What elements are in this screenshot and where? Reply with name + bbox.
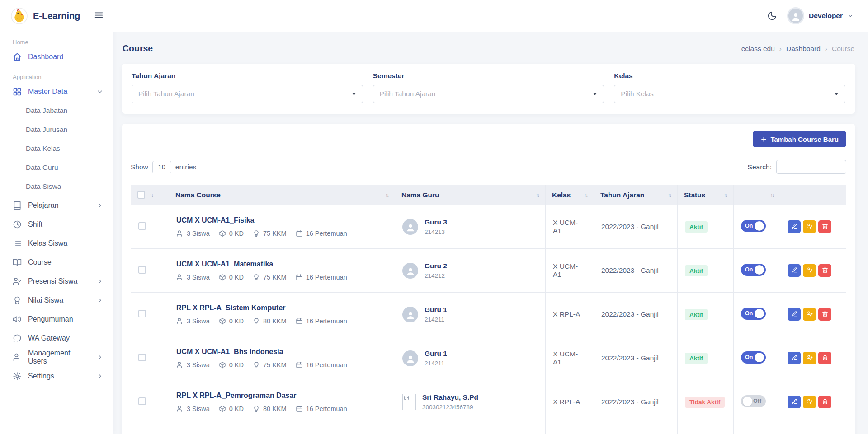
kd-box-icon bbox=[219, 317, 226, 325]
user-menu[interactable]: Developer bbox=[787, 7, 854, 24]
status-toggle[interactable]: On bbox=[741, 308, 766, 320]
breadcrumb-item-dashboard[interactable]: Dashboard bbox=[786, 45, 821, 53]
main-area: Developer Course eclass edu›Dashboard›Co… bbox=[113, 0, 868, 434]
delete-button[interactable] bbox=[818, 220, 831, 233]
row-checkbox[interactable] bbox=[138, 354, 146, 361]
sort-icon[interactable]: ↑↓ bbox=[770, 192, 774, 198]
course-kd: 0 KD bbox=[229, 230, 244, 237]
sidebar-subitem-data-guru[interactable]: Data Guru bbox=[0, 158, 113, 177]
clock-icon bbox=[13, 220, 22, 229]
sidebar-item-nilai-siswa[interactable]: Nilai Siswa bbox=[0, 291, 113, 310]
pencil-icon bbox=[791, 398, 797, 406]
row-checkbox[interactable] bbox=[138, 222, 146, 230]
guru-avatar bbox=[402, 263, 418, 279]
sidebar-item-wa-gateway[interactable]: WA Gateway bbox=[0, 329, 113, 348]
assign-user-button[interactable] bbox=[803, 396, 816, 408]
sidebar-subitem-data-kelas[interactable]: Data Kelas bbox=[0, 139, 113, 158]
course-kd: 0 KD bbox=[229, 361, 244, 369]
guru-name: Guru 3 bbox=[425, 218, 447, 226]
course-name: RPL X RPL-A_Pemrograman Dasar bbox=[176, 392, 387, 400]
tahun-ajaran-cell: 2022/2023 - Ganjil bbox=[594, 205, 678, 249]
sidebar-item-pelajaran[interactable]: Pelajaran bbox=[0, 196, 113, 215]
row-checkbox[interactable] bbox=[138, 397, 146, 405]
dark-mode-moon-icon[interactable] bbox=[767, 11, 777, 21]
sort-icon[interactable]: ↑↓ bbox=[536, 192, 539, 198]
app-root: E-Learning HomeDashboardApplicationMaste… bbox=[0, 0, 868, 434]
delete-button[interactable] bbox=[818, 308, 831, 321]
table-row: UCM X UCM-A1_Fisika 3 Siswa 0 KD 75 KKM … bbox=[131, 205, 846, 249]
sidebar-item-presensi-siswa[interactable]: Presensi Siswa bbox=[0, 272, 113, 291]
search-input[interactable] bbox=[776, 160, 846, 174]
sidebar-subitem-data-jurusan[interactable]: Data Jurusan bbox=[0, 120, 113, 139]
hamburger-menu-icon[interactable] bbox=[94, 10, 104, 22]
sidebar-subitem-data-siswa[interactable]: Data Siswa bbox=[0, 177, 113, 196]
user-plus-icon bbox=[807, 223, 813, 231]
sidebar-item-management-users[interactable]: Management Users bbox=[0, 348, 113, 367]
kd-box-icon bbox=[219, 230, 226, 237]
delete-button[interactable] bbox=[818, 352, 831, 364]
assign-user-button[interactable] bbox=[803, 308, 816, 321]
pertemuan-calendar-icon bbox=[296, 361, 303, 369]
chat-icon bbox=[13, 334, 22, 343]
page-size-input[interactable] bbox=[152, 161, 171, 173]
row-checkbox[interactable] bbox=[138, 310, 146, 317]
course-kkm: 80 KKM bbox=[263, 317, 287, 325]
user-name: Developer bbox=[809, 12, 843, 20]
sidebar-item-master-data[interactable]: Master Data bbox=[0, 82, 113, 101]
status-badge: Tidak Aktif bbox=[685, 397, 725, 408]
sidebar-item-settings[interactable]: Settings bbox=[0, 367, 113, 386]
edit-button[interactable] bbox=[788, 352, 801, 364]
trash-icon bbox=[822, 398, 828, 406]
edit-button[interactable] bbox=[788, 264, 801, 277]
pencil-icon bbox=[791, 267, 797, 275]
edit-button[interactable] bbox=[788, 220, 801, 233]
guru-id: 300302123456789 bbox=[422, 404, 478, 411]
kkm-bulb-icon bbox=[253, 405, 260, 412]
students-icon bbox=[176, 317, 184, 325]
row-checkbox[interactable] bbox=[138, 266, 146, 274]
status-toggle[interactable]: On bbox=[741, 351, 766, 364]
user-plus-icon bbox=[807, 398, 813, 406]
kkm-bulb-icon bbox=[253, 274, 260, 281]
sidebar-subitem-data-jabatan[interactable]: Data Jabatan bbox=[0, 101, 113, 120]
sidebar-item-pengumuman[interactable]: Pengumuman bbox=[0, 310, 113, 329]
edit-button[interactable] bbox=[788, 308, 801, 321]
show-entries: Show entries bbox=[131, 161, 196, 173]
select-all-checkbox[interactable] bbox=[137, 191, 145, 199]
assign-user-button[interactable] bbox=[803, 220, 816, 233]
edit-button[interactable] bbox=[788, 396, 801, 408]
breadcrumb-item-course: Course bbox=[832, 45, 854, 53]
status-toggle[interactable]: On bbox=[741, 220, 766, 232]
assign-user-button[interactable] bbox=[803, 352, 816, 364]
sidebar-item-shift[interactable]: Shift bbox=[0, 215, 113, 234]
sort-icon[interactable]: ↑↓ bbox=[385, 192, 388, 198]
sort-icon[interactable]: ↑↓ bbox=[724, 192, 727, 198]
status-toggle[interactable]: Off bbox=[741, 395, 766, 407]
breadcrumb-item-eclass-edu[interactable]: eclass edu bbox=[741, 45, 775, 53]
header-tahun-ajaran: Tahun Ajaran bbox=[600, 191, 644, 199]
sort-icon[interactable]: ↑↓ bbox=[668, 192, 671, 198]
assign-user-button[interactable] bbox=[803, 264, 816, 277]
course-table-body: UCM X UCM-A1_Fisika 3 Siswa 0 KD 75 KKM … bbox=[131, 205, 846, 434]
sort-icon[interactable]: ↑↓ bbox=[150, 192, 153, 198]
status-toggle[interactable]: On bbox=[741, 264, 766, 276]
sidebar-item-course[interactable]: Course bbox=[0, 253, 113, 272]
select-placeholder: Pilih Tahun Ajaran bbox=[380, 90, 436, 98]
delete-button[interactable] bbox=[818, 264, 831, 277]
sort-icon[interactable]: ↑↓ bbox=[584, 192, 587, 198]
status-badge: Aktif bbox=[685, 353, 708, 364]
sidebar-item-label: Master Data bbox=[28, 88, 67, 96]
sidebar-item-dashboard[interactable]: Dashboard bbox=[0, 47, 113, 66]
status-badge: Aktif bbox=[685, 221, 708, 233]
select-kelas[interactable]: Pilih Kelas bbox=[614, 85, 845, 103]
select-semester[interactable]: Pilih Tahun Ajaran bbox=[373, 85, 604, 103]
breadcrumb: eclass edu›Dashboard›Course bbox=[741, 45, 854, 53]
toggle-label: On bbox=[745, 266, 753, 273]
add-course-button[interactable]: Tambah Course Baru bbox=[753, 131, 846, 147]
kelas-cell: X UCM-A1 bbox=[546, 249, 594, 293]
delete-button[interactable] bbox=[818, 396, 831, 408]
user-plus-icon bbox=[807, 311, 813, 318]
sidebar-item-kelas-siswa[interactable]: Kelas Siswa bbox=[0, 234, 113, 253]
filter-group-semester: SemesterPilih Tahun Ajaran bbox=[373, 72, 604, 103]
select-tahun-ajaran[interactable]: Pilih Tahun Ajaran bbox=[132, 85, 363, 103]
